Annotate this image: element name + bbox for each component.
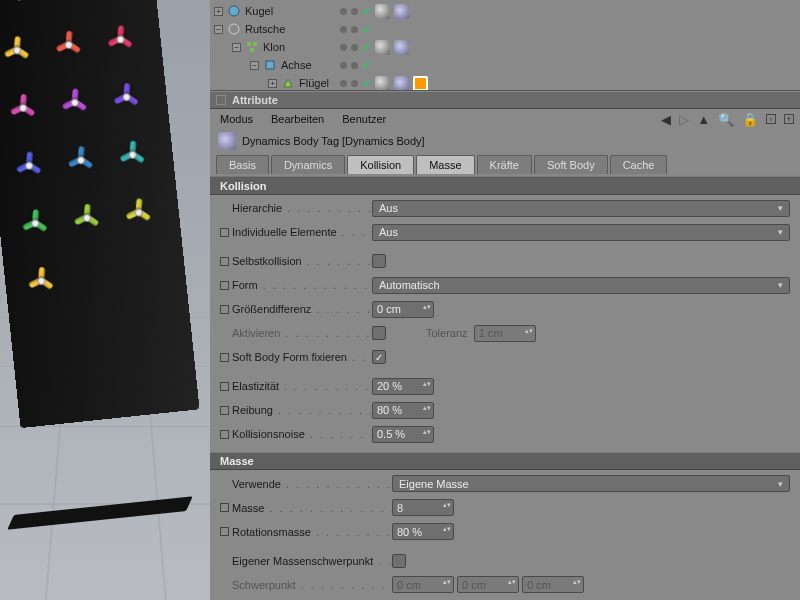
spin-rotmasse[interactable]: 80 %▴▾ xyxy=(392,523,454,540)
new-icon[interactable]: ▫ xyxy=(766,114,776,124)
sphere-tag-icon[interactable] xyxy=(375,40,390,55)
enable-check-icon[interactable]: ✓ xyxy=(362,23,371,36)
label-hierarchie: Hierarchie xyxy=(232,202,372,214)
dropdown-individuelle[interactable]: Aus xyxy=(372,224,790,241)
attr-tools: ◀ ▷ ▲ 🔍 🔒 ▫ + xyxy=(661,112,794,127)
vis-dot-icon[interactable] xyxy=(351,44,358,51)
vis-dot-icon[interactable] xyxy=(351,8,358,15)
viewport-fan xyxy=(49,25,86,62)
svg-point-1 xyxy=(229,24,239,34)
menu-bearbeiten[interactable]: Bearbeiten xyxy=(271,113,324,125)
sphere-tag-icon[interactable] xyxy=(375,4,390,19)
spin-masse[interactable]: 8▴▾ xyxy=(392,499,454,516)
tree-toggle-icon[interactable]: + xyxy=(268,79,277,88)
add-icon[interactable]: + xyxy=(784,114,794,124)
vis-dot-icon[interactable] xyxy=(340,26,347,33)
enable-check-icon[interactable]: ✓ xyxy=(362,41,371,54)
tab-masse[interactable]: Masse xyxy=(416,155,474,174)
tab-dynamics[interactable]: Dynamics xyxy=(271,155,345,174)
spin-toleranz: 1 cm▴▾ xyxy=(474,325,536,342)
exp-elast[interactable] xyxy=(220,382,229,391)
spin-reib[interactable]: 80 %▴▾ xyxy=(372,402,434,419)
tree-tag-row: ✓ xyxy=(340,20,428,38)
dropdown-hierarchie[interactable]: Aus xyxy=(372,200,790,217)
exp-noise[interactable] xyxy=(220,430,229,439)
enable-check-icon[interactable]: ✓ xyxy=(362,59,371,72)
tree-row[interactable]: −Achse xyxy=(214,56,796,74)
viewport-fan xyxy=(55,83,92,120)
attr-toggle-icon[interactable] xyxy=(216,95,226,105)
lock-icon[interactable]: 🔒 xyxy=(742,112,758,127)
dynamics-tag-icon xyxy=(218,132,236,150)
tab-kollision[interactable]: Kollision xyxy=(347,155,414,174)
tab-softbody[interactable]: Soft Body xyxy=(534,155,608,174)
tab-cache[interactable]: Cache xyxy=(610,155,668,174)
dyn-tag-icon[interactable] xyxy=(394,40,409,55)
spin-elast[interactable]: 20 %▴▾ xyxy=(372,378,434,395)
tab-basis[interactable]: Basis xyxy=(216,155,269,174)
label-reib: Reibung xyxy=(232,404,372,416)
dropdown-form[interactable]: Automatisch xyxy=(372,277,790,294)
exp-selbst[interactable] xyxy=(220,257,229,266)
spin-schwer-z: 0 cm▴▾ xyxy=(522,576,584,593)
menu-modus[interactable]: Modus xyxy=(220,113,253,125)
dropdown-verwende[interactable]: Eigene Masse xyxy=(392,475,790,492)
viewport-fan xyxy=(0,0,29,11)
check-selbst[interactable] xyxy=(372,254,386,268)
nav-back-icon[interactable]: ◀ xyxy=(661,112,671,127)
enable-check-icon[interactable]: ✓ xyxy=(362,5,371,18)
check-eigener[interactable] xyxy=(392,554,406,568)
tree-row[interactable]: +Flügel xyxy=(214,74,796,91)
vis-dot-icon[interactable] xyxy=(340,44,347,51)
tree-row[interactable]: −Rutsche xyxy=(214,20,796,38)
spin-noise[interactable]: 0.5 %▴▾ xyxy=(372,426,434,443)
sphere-tag-icon[interactable] xyxy=(375,76,390,91)
label-aktivieren: Aktivieren xyxy=(232,327,372,339)
vis-dot-icon[interactable] xyxy=(340,62,347,69)
label-individuelle: Individuelle Elemente xyxy=(232,226,372,238)
tree-toggle-icon[interactable]: − xyxy=(232,43,241,52)
tree-tag-row: ✓ xyxy=(340,38,428,56)
exp-softfix[interactable] xyxy=(220,353,229,362)
label-selbst: Selbstkollision xyxy=(232,255,372,267)
sel-tag-icon[interactable] xyxy=(413,76,428,91)
nav-fwd-icon[interactable]: ▷ xyxy=(679,112,689,127)
tree-label: Klon xyxy=(263,41,285,53)
spin-groessen[interactable]: 0 cm▴▾ xyxy=(372,301,434,318)
tree-row[interactable]: +Kugel xyxy=(214,2,796,20)
label-form: Form xyxy=(232,279,372,291)
enable-check-icon[interactable]: ✓ xyxy=(362,77,371,90)
masse-props: VerwendeEigene Masse Masse8▴▾ Rotationsm… xyxy=(210,470,800,547)
label-rotmasse: Rotationsmasse xyxy=(232,526,392,538)
tree-toggle-icon[interactable]: − xyxy=(214,25,223,34)
nav-up-icon[interactable]: ▲ xyxy=(697,112,710,127)
dyn-tag-icon[interactable] xyxy=(394,4,409,19)
vis-dot-icon[interactable] xyxy=(351,26,358,33)
exp-reib[interactable] xyxy=(220,406,229,415)
exp-form[interactable] xyxy=(220,281,229,290)
dyn-tag-icon[interactable] xyxy=(394,76,409,91)
section-masse: Masse xyxy=(210,452,800,470)
exp-masse[interactable] xyxy=(220,503,229,512)
viewport[interactable] xyxy=(0,0,210,600)
exp-groessen[interactable] xyxy=(220,305,229,314)
menu-benutzer[interactable]: Benutzer xyxy=(342,113,386,125)
tree-label: Flügel xyxy=(299,77,329,89)
vis-dot-icon[interactable] xyxy=(340,80,347,87)
label-eigener: Eigener Massenschwerpunkt xyxy=(232,555,392,567)
tree-toggle-icon[interactable]: − xyxy=(250,61,259,70)
check-softfix[interactable]: ✓ xyxy=(372,350,386,364)
expander-individuelle[interactable] xyxy=(220,228,229,237)
tree-row[interactable]: −Klon xyxy=(214,38,796,56)
tab-kraefte[interactable]: Kräfte xyxy=(477,155,532,174)
check-aktivieren[interactable] xyxy=(372,326,386,340)
search-icon[interactable]: 🔍 xyxy=(718,112,734,127)
vis-dot-icon[interactable] xyxy=(340,8,347,15)
vis-dot-icon[interactable] xyxy=(351,80,358,87)
obj-icon xyxy=(245,40,259,54)
vis-dot-icon[interactable] xyxy=(351,62,358,69)
viewport-fan xyxy=(113,135,150,172)
object-manager[interactable]: +Kugel−Rutsche−Klon−Achse+Flügel ✓✓✓✓✓ xyxy=(210,0,800,91)
tree-toggle-icon[interactable]: + xyxy=(214,7,223,16)
exp-rotmasse[interactable] xyxy=(220,527,229,536)
